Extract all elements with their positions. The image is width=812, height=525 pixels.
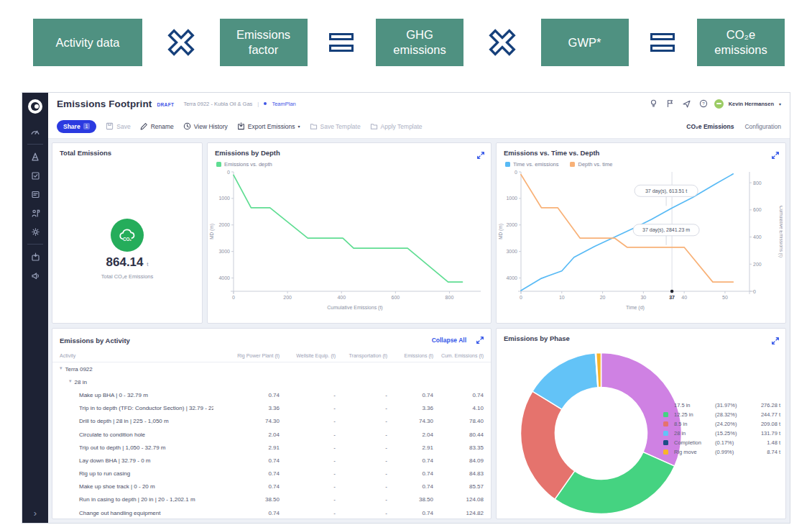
tab-configuration[interactable]: Configuration [744,123,781,130]
activity-label: 28 in [75,379,87,385]
megaphone-icon[interactable] [22,266,48,285]
share-button[interactable]: Share 1 [57,120,96,133]
table-row[interactable]: Lay down BHA | 32.79 - 0 m0.74--0.7484.0… [52,454,491,467]
dashboard-main: Emissions Footprint DRAFT Terra 0922 - K… [48,93,790,523]
cell-value: - [280,444,336,451]
export-caret-icon: ▾ [298,124,300,129]
panel-title: Emissions by Depth [208,143,491,158]
cell-value: - [336,444,387,451]
legend-chip [663,403,668,408]
svg-text:40: 40 [681,295,687,300]
row-expand-icon[interactable]: ▾ [60,366,63,372]
table-row[interactable]: Run in casing to depth | 20 in | 20 - 1,… [52,493,491,506]
banner-box-gwp: GWP* [541,19,629,66]
svg-text:Cumulative Emissions (t): Cumulative Emissions (t) [327,305,382,311]
table-row[interactable]: Make up BHA | 0 - 32.79 m0.74--0.740.74 [52,388,491,401]
legend-value: 8.74 t [750,449,780,455]
emissions-by-phase-donut[interactable] [517,349,686,518]
table-row[interactable]: Circulate to condition hole2.04--2.0480.… [52,428,491,441]
table-row[interactable]: Change out handling equipment0.74--0.741… [52,506,491,519]
app-logo-icon[interactable] [28,99,42,114]
legend-percent: (31.97%) [715,402,747,408]
donut-slice-8-5-in[interactable] [521,391,575,499]
banner-box-ghg-emissions: GHG emissions [376,19,463,66]
tab-co2e-emissions[interactable]: CO₂e Emissions [686,123,734,130]
table-row[interactable]: ▾28 in [52,375,491,388]
fullscreen-icon[interactable] [772,149,779,162]
draft-badge: DRAFT [157,102,174,107]
lightbulb-icon[interactable] [648,98,660,109]
cell-value: 3.36 [213,405,280,411]
flag-icon[interactable] [665,98,676,109]
tasks-icon[interactable] [22,166,48,185]
fullscreen-icon[interactable] [476,334,484,347]
chart-legend: Time vs. emissionsDepth vs. time [497,158,785,168]
total-emissions-label: Total CO₂e Emissions [101,273,154,280]
equals-operator-icon [329,33,354,52]
svg-text:800: 800 [446,295,454,300]
milestone-flag-icon[interactable] [22,204,48,222]
rename-button[interactable]: Rename [140,122,174,130]
cell-value: - [336,510,387,516]
legend-item[interactable]: Depth vs. time [570,161,612,168]
save-button[interactable]: Save [106,122,130,130]
user-name[interactable]: Kevin Hermansen [729,101,774,107]
cell-value: 0.74 [433,392,484,398]
legend-label[interactable]: Rig move [674,449,711,455]
plan-link[interactable]: TeamPlan [272,101,295,107]
legend-label[interactable]: 12.25 in [674,411,711,418]
cell-value: - [280,392,336,398]
save-template-button[interactable]: Save Template [310,122,361,130]
cell-value: 0.74 [387,457,433,464]
legend-chip [663,440,668,445]
settings-gear-icon[interactable] [22,222,48,241]
legend-label[interactable]: 8.5 in [674,421,711,427]
table-row[interactable]: Rig up to run casing0.74--0.7484.83 [52,467,491,480]
gauge-icon[interactable] [22,122,48,141]
view-history-button[interactable]: View History [183,122,228,130]
banner-box-activity-data: Activity data [33,19,142,66]
equals-operator-icon [650,33,675,52]
page-title: Emissions Footprint [57,99,152,109]
wells-icon[interactable] [22,185,48,204]
user-menu-caret-icon[interactable]: ▾ [779,101,781,106]
legend-item[interactable]: Time vs. emissions [505,161,558,168]
user-avatar[interactable] [714,99,724,109]
cell-value: - [336,405,387,411]
send-icon[interactable] [681,98,693,109]
share-badge: 1 [83,123,91,129]
table-row[interactable]: Make up shoe track | 0 - 20 m0.74--0.748… [52,480,491,493]
row-expand-icon[interactable]: ▾ [69,379,72,385]
emissions-time-depth-chart[interactable]: 0100020003000400001020303740500200400600… [497,168,783,311]
legend-item[interactable]: Emissions vs. depth [216,161,272,168]
fullscreen-icon[interactable] [477,149,484,162]
help-icon[interactable]: ? [698,98,709,109]
export-emissions-button[interactable]: Export Emissions▾ [237,122,300,130]
cell-value: - [280,496,336,503]
value-unit: t [147,261,148,268]
derrick-icon[interactable] [22,147,48,166]
sidebar-expand-icon[interactable]: › [34,508,37,519]
table-row[interactable]: Trip out to depth | 1,050 - 32.79 m2.91-… [52,441,491,454]
cell-value: 78.40 [433,418,484,424]
legend-label[interactable]: 28 in [674,430,711,437]
collapse-all-link[interactable]: Collapse All [432,337,466,344]
apply-template-button[interactable]: Apply Template [370,122,423,130]
emissions-by-depth-chart[interactable]: 010002000300040000200400600800MD (m)Cumu… [208,168,485,311]
donut-slice-12-25-in[interactable] [555,452,675,514]
cell-value: 4.10 [433,405,484,411]
fullscreen-icon[interactable] [772,334,779,347]
legend-label[interactable]: 17.5 in [674,402,711,408]
activity-label: Drill to depth | 28 in | 225 - 1,050 m [79,418,169,424]
cell-value: 0.74 [213,510,280,516]
cell-value: - [280,405,336,411]
table-row[interactable]: ▾Terra 0922 [52,362,491,375]
cell-value: - [280,418,336,424]
table-row[interactable]: Drill to depth | 28 in | 225 - 1,050 m74… [52,415,491,428]
cell-value: 0.74 [213,483,280,490]
breadcrumb: Terra 0922 - Kubla Oil & Gas [183,101,252,107]
legend-label[interactable]: Completion [674,439,711,446]
table-row[interactable]: Trip in to depth (TFD: Conductor Section… [52,402,491,415]
inbox-icon[interactable] [22,247,48,266]
svg-text:?: ? [702,101,705,106]
